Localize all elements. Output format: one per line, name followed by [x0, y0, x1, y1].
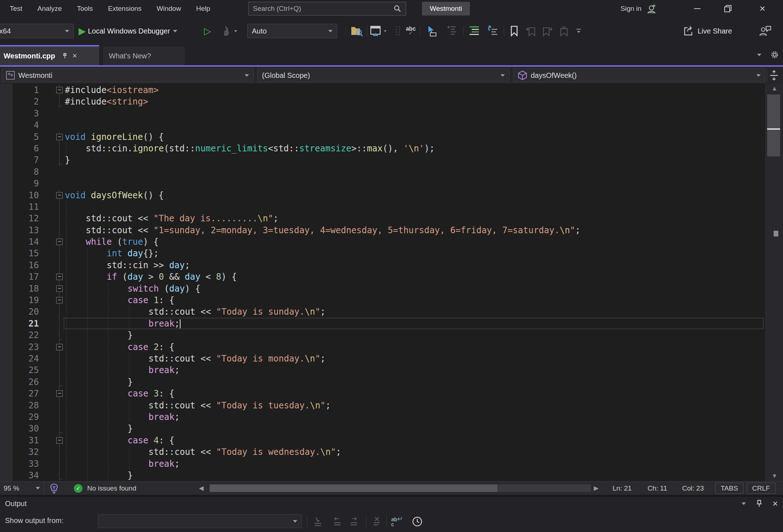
- menu-item-help[interactable]: Help: [188, 0, 218, 17]
- code-line[interactable]: 6std::cin.ignore(std::numeric_limits<std…: [0, 143, 783, 154]
- indent-lines-button[interactable]: [467, 24, 482, 38]
- code-editor[interactable]: 1−#include<iostream>2#include<string>345…: [0, 84, 783, 481]
- tab-westmonti-cpp[interactable]: Westmonti.cpp ×: [0, 45, 99, 65]
- minimize-button[interactable]: [686, 0, 709, 17]
- code-line[interactable]: 31−case 4: {: [0, 435, 783, 446]
- code-line[interactable]: 17−if (day > 0 && day < 8) {: [0, 271, 783, 283]
- bookmark-previous-icon[interactable]: [523, 24, 538, 38]
- code-line[interactable]: 1−#include<iostream>: [0, 84, 783, 96]
- watch-mode-dropdown[interactable]: Auto: [247, 24, 337, 38]
- output-source-dropdown[interactable]: [98, 514, 302, 528]
- start-debug-button[interactable]: ▶ Local Windows Debugger: [79, 24, 177, 38]
- scroll-down-icon[interactable]: ▼: [766, 473, 783, 480]
- code-line[interactable]: 18−switch (day) {: [0, 283, 783, 294]
- menu-item-analyze[interactable]: Analyze: [30, 0, 70, 17]
- pin-icon[interactable]: [60, 52, 67, 59]
- tab-whats-new[interactable]: What's New?: [103, 46, 185, 65]
- code-line[interactable]: 8: [0, 166, 783, 178]
- code-line[interactable]: 13std::cout << "1=sunday, 2=monday, 3=tu…: [0, 225, 783, 236]
- whitespace-toggle-icon[interactable]: [393, 24, 402, 38]
- menu-item-window[interactable]: Window: [149, 0, 189, 17]
- search-input[interactable]: Search (Ctrl+Q): [248, 2, 406, 15]
- code-line[interactable]: 30}: [0, 423, 783, 434]
- clock-icon[interactable]: [410, 515, 424, 528]
- restore-button[interactable]: [716, 0, 739, 17]
- code-line[interactable]: 28std::cout << "Today is tuesday.\n";: [0, 400, 783, 411]
- clear-all-icon[interactable]: [370, 515, 384, 528]
- code-line[interactable]: 19−case 1: {: [0, 294, 783, 306]
- fold-collapse-icon[interactable]: −: [56, 134, 63, 140]
- spell-check-button[interactable]: abc ✓: [403, 24, 419, 38]
- next-message-icon[interactable]: [347, 515, 361, 528]
- hot-reload-button[interactable]: [221, 24, 238, 38]
- fold-collapse-icon[interactable]: −: [56, 297, 63, 303]
- code-line[interactable]: 5−void ignoreLine() {: [0, 131, 783, 143]
- code-line[interactable]: 9: [0, 178, 783, 189]
- close-panel-icon[interactable]: ×: [773, 500, 778, 507]
- code-line[interactable]: 20std::cout << "Today is sunday.\n";: [0, 306, 783, 318]
- split-editor-button[interactable]: [767, 68, 781, 82]
- indent-mode-button[interactable]: TABS: [715, 483, 743, 494]
- code-line[interactable]: 23−case 2: {: [0, 341, 783, 353]
- member-dropdown[interactable]: daysOfWeek(): [513, 68, 765, 82]
- fold-collapse-icon[interactable]: −: [56, 344, 63, 350]
- code-line[interactable]: 15int day{};: [0, 248, 783, 259]
- code-line[interactable]: 14−while (true) {: [0, 236, 783, 248]
- menu-item-test[interactable]: Test: [2, 0, 30, 17]
- code-line[interactable]: 34}: [0, 470, 783, 481]
- scroll-up-icon[interactable]: ▲: [766, 85, 783, 92]
- fold-collapse-icon[interactable]: −: [56, 87, 63, 93]
- menu-item-tools[interactable]: Tools: [69, 0, 100, 17]
- bookmark-clear-icon[interactable]: [556, 24, 571, 38]
- code-line[interactable]: 11: [0, 201, 783, 213]
- navigate-back-home-button[interactable]: [370, 24, 386, 38]
- code-line[interactable]: 10−void daysOfWeek() {: [0, 190, 783, 201]
- code-line[interactable]: 2#include<string>: [0, 96, 783, 107]
- code-line[interactable]: 33break;: [0, 458, 783, 470]
- pin-panel-icon[interactable]: [756, 500, 762, 507]
- scope-dropdown[interactable]: (Global Scope): [257, 68, 510, 82]
- close-tab-icon[interactable]: ×: [72, 51, 77, 61]
- fold-collapse-icon[interactable]: −: [56, 192, 63, 199]
- line-up-icon[interactable]: [443, 24, 459, 38]
- code-line[interactable]: 27−case 3: {: [0, 388, 783, 399]
- find-in-files-button[interactable]: [349, 24, 365, 38]
- vertical-scrollbar[interactable]: ▲ ▼: [765, 84, 783, 481]
- selection-mode-button[interactable]: [424, 24, 440, 38]
- fold-collapse-icon[interactable]: −: [56, 239, 63, 245]
- hscroll-left-arrow[interactable]: ◀: [199, 482, 204, 495]
- horizontal-scrollbar[interactable]: [210, 484, 591, 492]
- previous-message-icon[interactable]: [330, 515, 344, 528]
- close-window-button[interactable]: ×: [747, 0, 778, 17]
- code-line[interactable]: 4: [0, 119, 783, 131]
- issues-status[interactable]: No issues found: [87, 482, 136, 495]
- code-line[interactable]: 12std::cout << "The day is.........\n";: [0, 213, 783, 224]
- goto-message-icon[interactable]: [311, 515, 325, 528]
- tab-list-dropdown-icon[interactable]: [757, 54, 761, 56]
- fold-collapse-icon[interactable]: −: [56, 437, 63, 444]
- feedback-button[interactable]: [757, 24, 773, 38]
- code-line[interactable]: 32std::cout << "Today is wednesday.\n";: [0, 446, 783, 458]
- word-wrap-icon[interactable]: ab↵c: [390, 515, 404, 528]
- line-ending-button[interactable]: CRLF: [747, 483, 775, 494]
- code-line[interactable]: 3: [0, 108, 783, 119]
- menu-item-extensions[interactable]: Extensions: [101, 0, 149, 17]
- toolbar-overflow-button[interactable]: [574, 24, 584, 38]
- active-document-button[interactable]: Westmonti: [422, 2, 470, 15]
- zoom-dropdown[interactable]: 95 %: [0, 482, 44, 495]
- sign-in-button[interactable]: Sign in: [620, 0, 657, 17]
- live-share-button[interactable]: Live Share: [683, 24, 732, 38]
- fold-collapse-icon[interactable]: −: [56, 285, 63, 292]
- panel-options-dropdown-icon[interactable]: [742, 502, 746, 505]
- fold-collapse-icon[interactable]: −: [56, 390, 63, 397]
- bookmark-next-icon[interactable]: [540, 24, 555, 38]
- bookmark-toggle-button[interactable]: [507, 24, 522, 38]
- fold-collapse-icon[interactable]: −: [56, 274, 63, 280]
- platform-dropdown[interactable]: x64: [0, 24, 74, 38]
- code-line[interactable]: 22}: [0, 329, 783, 341]
- intellicode-icon[interactable]: [49, 483, 59, 493]
- start-without-debug-button[interactable]: ▷: [204, 24, 211, 38]
- project-dropdown[interactable]: ++ Westmonti: [1, 68, 254, 82]
- code-line[interactable]: 21break;: [0, 318, 783, 329]
- code-line[interactable]: 16std::cin >> day;: [0, 260, 783, 271]
